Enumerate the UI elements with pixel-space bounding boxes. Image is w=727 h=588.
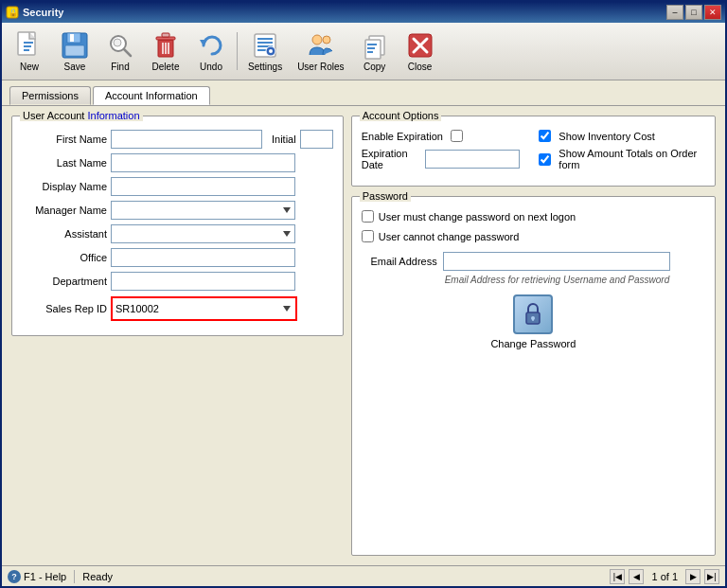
sales-rep-highlight: SR10002: [111, 296, 297, 321]
minimize-button[interactable]: –: [666, 5, 683, 20]
find-button[interactable]: Find: [98, 27, 142, 76]
svg-rect-9: [65, 45, 84, 56]
delete-button[interactable]: Delete: [144, 27, 187, 76]
settings-icon: [250, 30, 280, 61]
account-options-title: Account Options: [360, 110, 442, 121]
first-name-label: First Name: [22, 134, 107, 145]
cannot-change-checkbox[interactable]: [362, 230, 374, 242]
account-options-left: Enable Expiration Expiration Date: [362, 130, 521, 176]
sales-rep-id-select[interactable]: SR10002: [114, 299, 294, 318]
right-panel: Account Options Enable Expiration Expira…: [351, 116, 716, 556]
close-window-button[interactable]: ✕: [704, 5, 721, 20]
main-window: 🔒 Security – □ ✕ New: [0, 0, 727, 588]
email-address-row: Email Address: [362, 252, 705, 271]
svg-rect-24: [257, 49, 267, 51]
nav-controls: |◀ ◀ 1 of 1 ▶ ▶|: [610, 569, 719, 584]
close-icon: [405, 30, 435, 61]
undo-icon: [196, 30, 226, 61]
undo-button[interactable]: Undo: [189, 27, 233, 76]
password-title: Password: [360, 190, 411, 202]
user-roles-icon: [306, 30, 336, 61]
toolbar-separator: [237, 32, 238, 70]
office-input[interactable]: [111, 248, 295, 267]
display-name-input[interactable]: [111, 177, 295, 196]
must-change-label: User must change password on next logon: [379, 211, 576, 223]
prev-page-button[interactable]: ◀: [629, 569, 644, 584]
user-roles-button[interactable]: User Roles: [291, 27, 350, 76]
svg-rect-8: [70, 34, 74, 42]
cannot-change-row: User cannot change password: [362, 230, 705, 242]
expiration-date-input[interactable]: [425, 150, 520, 169]
svg-point-12: [114, 39, 121, 46]
save-button[interactable]: Save: [53, 27, 97, 76]
tab-account-information[interactable]: Account Information: [93, 86, 210, 105]
next-page-button[interactable]: ▶: [685, 569, 700, 584]
find-label: Find: [111, 62, 129, 72]
last-name-label: Last Name: [22, 157, 107, 169]
settings-button[interactable]: Settings: [241, 27, 289, 76]
initial-input[interactable]: [300, 130, 333, 149]
user-account-group: User Account Information First Name Init…: [11, 116, 344, 336]
new-button[interactable]: New: [8, 27, 51, 76]
settings-label: Settings: [248, 62, 282, 72]
svg-rect-5: [24, 49, 29, 51]
find-icon: [105, 30, 135, 61]
tab-bar: Permissions Account Information: [2, 80, 725, 106]
new-label: New: [20, 62, 39, 72]
svg-rect-33: [367, 51, 373, 53]
svg-rect-31: [367, 44, 377, 45]
manager-name-row: Manager Name: [22, 201, 333, 220]
copy-icon: [360, 30, 390, 61]
svg-rect-15: [162, 33, 169, 37]
svg-rect-22: [257, 42, 273, 44]
toolbar: New Save Find: [2, 23, 725, 80]
undo-label: Undo: [200, 62, 222, 72]
svg-rect-32: [367, 47, 375, 49]
first-name-input[interactable]: [111, 130, 262, 149]
show-inventory-cost-checkbox[interactable]: [539, 130, 551, 142]
cannot-change-label: User cannot change password: [379, 231, 520, 242]
svg-rect-4: [24, 45, 31, 47]
enable-expiration-checkbox[interactable]: [451, 130, 463, 142]
content-area: User Account Information First Name Init…: [2, 106, 725, 565]
must-change-checkbox[interactable]: [362, 210, 374, 223]
display-name-label: Display Name: [22, 181, 107, 192]
help-icon: ?: [8, 570, 21, 583]
manager-name-select[interactable]: [111, 201, 295, 220]
assistant-label: Assistant: [22, 228, 107, 240]
assistant-select[interactable]: [111, 224, 295, 243]
account-options-content: Enable Expiration Expiration Date: [362, 130, 705, 176]
close-label: Close: [408, 62, 433, 72]
delete-label: Delete: [152, 62, 180, 72]
change-password-button[interactable]: Change Password: [490, 294, 576, 349]
email-address-input[interactable]: [443, 252, 670, 271]
display-name-row: Display Name: [22, 177, 333, 196]
change-password-area: Change Password: [362, 294, 705, 349]
svg-line-11: [124, 49, 131, 56]
office-row: Office: [22, 248, 333, 267]
show-inventory-cost-row: Show Inventory Cost: [539, 130, 705, 142]
tab-permissions[interactable]: Permissions: [9, 86, 91, 105]
svg-marker-19: [200, 40, 207, 46]
assistant-row: Assistant: [22, 224, 333, 243]
show-amount-totals-label: Show Amount Totals on Order form: [559, 148, 705, 170]
maximize-button[interactable]: □: [685, 5, 702, 20]
show-amount-totals-row: Show Amount Totals on Order form: [539, 148, 705, 170]
last-name-input[interactable]: [111, 153, 295, 172]
department-row: Department: [22, 272, 333, 291]
show-inventory-cost-label: Show Inventory Cost: [559, 131, 655, 142]
ready-label: Ready: [82, 571, 610, 582]
show-amount-totals-checkbox[interactable]: [539, 153, 551, 166]
status-bar: ? F1 - Help Ready |◀ ◀ 1 of 1 ▶ ▶|: [2, 565, 725, 586]
first-page-button[interactable]: |◀: [610, 569, 625, 584]
svg-rect-39: [532, 318, 534, 321]
account-options-right: Show Inventory Cost Show Amount Totals o…: [539, 130, 705, 176]
close-button[interactable]: Close: [399, 27, 442, 76]
app-icon: 🔒: [6, 6, 19, 19]
last-page-button[interactable]: ▶|: [704, 569, 719, 584]
copy-button[interactable]: Copy: [353, 27, 397, 76]
title-bar-buttons: – □ ✕: [666, 5, 721, 20]
department-input[interactable]: [111, 272, 295, 291]
window-title: Security: [23, 7, 666, 18]
expiration-date-row: Expiration Date: [362, 148, 521, 170]
